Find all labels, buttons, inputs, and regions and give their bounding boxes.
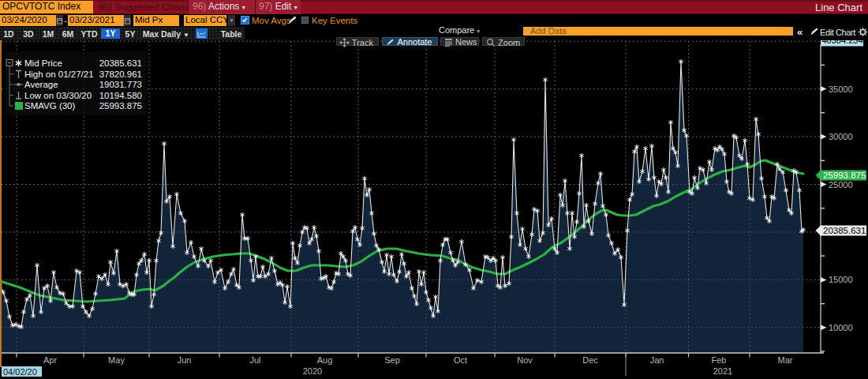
svg-text:2020: 2020	[303, 366, 322, 376]
svg-text:35000: 35000	[829, 84, 853, 94]
svg-text:25993.875: 25993.875	[823, 171, 866, 180]
svg-text:Aug: Aug	[317, 355, 333, 365]
svg-text:May: May	[108, 355, 125, 365]
svg-text:Oct: Oct	[454, 355, 467, 365]
svg-text:Dec: Dec	[582, 355, 598, 365]
svg-text:15000: 15000	[829, 275, 853, 284]
svg-text:High on 01/27/21: High on 01/27/21	[24, 69, 94, 79]
svg-text:25000: 25000	[829, 180, 853, 190]
svg-text:19031.773: 19031.773	[99, 80, 142, 89]
svg-text:Apr: Apr	[43, 355, 57, 365]
svg-text:Jan: Jan	[650, 355, 664, 365]
svg-text:SMAVG (30): SMAVG (30)	[24, 101, 75, 111]
svg-text:Jul: Jul	[249, 355, 260, 365]
svg-text:30000: 30000	[829, 132, 853, 141]
svg-text:20385.631: 20385.631	[99, 58, 142, 68]
svg-text:37820.961: 37820.961	[99, 69, 142, 79]
svg-text:20385.631: 20385.631	[823, 226, 866, 235]
svg-text:Mid Price: Mid Price	[24, 58, 62, 68]
svg-text:Jun: Jun	[178, 355, 192, 365]
svg-text:10194.580: 10194.580	[99, 91, 142, 100]
svg-text:Sep: Sep	[384, 355, 400, 365]
svg-text:04/02/20: 04/02/20	[3, 367, 37, 377]
svg-text:2021: 2021	[713, 366, 732, 376]
svg-text:Feb: Feb	[712, 355, 727, 365]
svg-text:Mar: Mar	[778, 355, 793, 365]
svg-text:Low on 03/30/20: Low on 03/30/20	[24, 91, 92, 100]
svg-text:Average: Average	[24, 80, 58, 89]
svg-text:Nov: Nov	[517, 355, 533, 365]
svg-text:25993.875: 25993.875	[99, 101, 142, 111]
svg-text:10000: 10000	[829, 323, 853, 332]
